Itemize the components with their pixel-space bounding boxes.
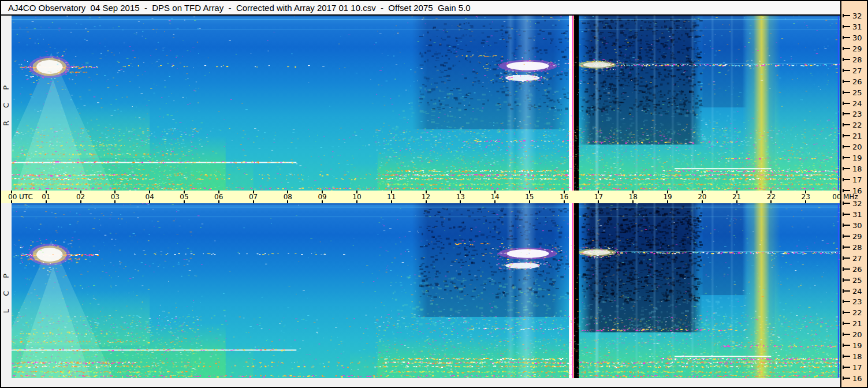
freq-tick [843, 59, 850, 60]
freq-label-lcp-17: 17 [852, 363, 862, 372]
freq-tick [843, 367, 850, 368]
time-label-01: 01 [42, 193, 50, 201]
freq-tick [843, 214, 850, 215]
time-tick [11, 191, 12, 193]
time-axis-start-label: 00 UTC [8, 193, 33, 201]
time-label-10: 10 [352, 193, 361, 201]
freq-tick [843, 15, 850, 16]
freq-label-rcp-31: 31 [852, 22, 862, 31]
freq-tick [843, 124, 850, 125]
time-label-02: 02 [76, 193, 85, 201]
freq-tick [843, 290, 850, 292]
freq-label-lcp-18: 18 [852, 352, 862, 361]
freq-label-rcp-18: 18 [852, 165, 862, 173]
freq-tick [843, 225, 850, 226]
time-label-17: 17 [594, 193, 603, 201]
freq-label-rcp-20: 20 [852, 143, 862, 151]
time-label-13: 13 [456, 193, 465, 201]
freq-tick [843, 70, 850, 71]
freq-label-rcp-23: 23 [852, 110, 862, 118]
freq-tick [843, 334, 850, 335]
freq-tick [843, 378, 850, 379]
freq-tick [843, 258, 850, 259]
freq-label-lcp-16: 16 [852, 374, 862, 383]
time-label-03: 03 [111, 193, 120, 201]
freq-label-rcp-26: 26 [852, 77, 862, 85]
freq-label-lcp-25: 25 [852, 275, 862, 284]
freq-tick [843, 26, 850, 27]
time-label-16: 16 [560, 193, 568, 201]
freq-label-lcp-20: 20 [852, 330, 862, 339]
freq-tick [843, 157, 850, 158]
freq-label-lcp-26: 26 [852, 264, 862, 273]
time-label-09: 09 [318, 193, 326, 201]
freq-label-rcp-24: 24 [852, 99, 862, 107]
freq-tick [843, 135, 850, 136]
freq-tick [843, 81, 850, 82]
time-label-23: 23 [802, 193, 810, 201]
channel-label-lcp-text: L C P [2, 268, 11, 313]
freq-tick [843, 301, 850, 302]
title-text: AJ4CO Observatory 04 Sep 2015 - DPS on T… [1, 1, 471, 14]
freq-label-lcp-29: 29 [852, 232, 862, 240]
freq-label-rcp-29: 29 [852, 44, 862, 53]
freq-label-lcp-23: 23 [852, 297, 862, 306]
freq-tick [843, 345, 850, 346]
freq-label-lcp-22: 22 [852, 308, 862, 317]
freq-label-rcp-28: 28 [852, 55, 862, 64]
freq-tick [843, 279, 850, 281]
time-label-11: 11 [387, 193, 396, 201]
freq-label-rcp-17: 17 [852, 176, 862, 184]
freq-label-lcp-24: 24 [852, 286, 862, 295]
time-label-14: 14 [490, 193, 499, 201]
freq-label-rcp-16: 16 [852, 186, 862, 195]
time-label-22: 22 [767, 193, 776, 201]
time-axis: 00 UTC 00 010203040506070809101112131415… [1, 191, 840, 203]
freq-tick [843, 179, 850, 180]
time-label-08: 08 [284, 193, 292, 201]
freq-tick [843, 312, 850, 313]
freq-label-lcp-30: 30 [852, 221, 862, 229]
time-label-04: 04 [146, 193, 154, 201]
freq-tick [843, 203, 850, 204]
time-label-21: 21 [732, 193, 741, 201]
time-label-20: 20 [698, 193, 706, 201]
channel-label-rcp-text: R C P [2, 80, 11, 126]
time-label-06: 06 [214, 193, 223, 201]
freq-label-rcp-32: 32 [852, 12, 862, 20]
freq-tick [843, 323, 850, 324]
freq-label-lcp-19: 19 [852, 341, 862, 350]
time-label-19: 19 [663, 193, 672, 201]
spectrograph-window: AJ4CO Observatory 04 Sep 2015 - DPS on T… [0, 0, 868, 388]
time-label-18: 18 [629, 193, 638, 201]
freq-label-lcp-27: 27 [852, 253, 862, 262]
bottom-margin [1, 378, 840, 387]
time-label-07: 07 [249, 193, 258, 201]
freq-tick [843, 247, 850, 248]
freq-tick [843, 92, 850, 93]
freq-label-rcp-25: 25 [852, 88, 862, 96]
channel-label-lcp: L C P [1, 203, 12, 378]
freq-tick [843, 113, 850, 114]
freq-label-lcp-31: 31 [852, 210, 862, 218]
freq-tick [843, 103, 850, 104]
freq-tick [843, 48, 850, 49]
time-tick [11, 200, 12, 203]
freq-tick [843, 146, 850, 147]
freq-tick [843, 190, 850, 191]
freq-label-rcp-30: 30 [852, 33, 862, 42]
freq-tick [843, 168, 850, 169]
freq-tick [843, 37, 850, 38]
spectrogram-panel-rcp [12, 16, 840, 191]
freq-label-rcp-27: 27 [852, 66, 862, 74]
time-label-05: 05 [180, 193, 188, 201]
time-label-15: 15 [525, 193, 534, 201]
freq-label-rcp-19: 19 [852, 154, 862, 162]
freq-label-rcp-22: 22 [852, 121, 862, 129]
spectrogram-panel-lcp [12, 203, 840, 378]
title-bar: AJ4CO Observatory 04 Sep 2015 - DPS on T… [1, 1, 840, 16]
freq-label-lcp-28: 28 [852, 242, 862, 251]
freq-label-lcp-32: 32 [852, 199, 862, 208]
frequency-axis: MHz 323130292827262524232221201918171632… [840, 1, 868, 387]
freq-tick [843, 356, 850, 357]
